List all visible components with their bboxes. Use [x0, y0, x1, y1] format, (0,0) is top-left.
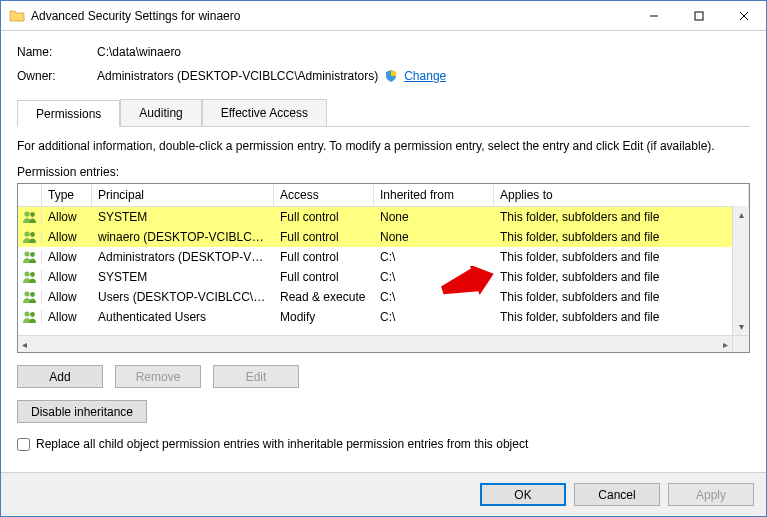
remove-button[interactable]: Remove: [115, 365, 201, 388]
svg-point-7: [30, 232, 35, 237]
horizontal-scrollbar[interactable]: ◂ ▸: [18, 335, 732, 352]
table-row[interactable]: AllowAuthenticated UsersModifyC:\This fo…: [18, 307, 749, 327]
svg-point-11: [30, 272, 35, 277]
cell-principal: Authenticated Users: [92, 310, 274, 324]
vertical-scrollbar[interactable]: ▴ ▾: [732, 206, 749, 335]
cell-access: Full control: [274, 250, 374, 264]
window-buttons: [631, 1, 766, 30]
scroll-down-icon[interactable]: ▾: [733, 318, 749, 335]
cell-type: Allow: [42, 230, 92, 244]
cell-principal: Administrators (DESKTOP-VCI...: [92, 250, 274, 264]
inheritance-buttons: Disable inheritance: [17, 400, 750, 423]
tab-underline: [17, 126, 750, 127]
svg-point-6: [24, 231, 29, 236]
entries-label: Permission entries:: [17, 165, 750, 179]
table-row[interactable]: AllowAdministrators (DESKTOP-VCI...Full …: [18, 247, 749, 267]
change-owner-link[interactable]: Change: [404, 69, 446, 83]
entry-buttons: Add Remove Edit: [17, 365, 750, 388]
dialog-footer: OK Cancel Apply: [1, 472, 766, 516]
svg-point-9: [30, 252, 35, 257]
svg-point-10: [24, 271, 29, 276]
info-text: For additional information, double-click…: [17, 139, 750, 153]
scroll-right-icon[interactable]: ▸: [723, 339, 728, 350]
cell-principal: Users (DESKTOP-VCIBLCC\Us...: [92, 290, 274, 304]
cell-type: Allow: [42, 210, 92, 224]
cell-type: Allow: [42, 290, 92, 304]
scroll-up-icon[interactable]: ▴: [733, 206, 749, 223]
scroll-left-icon[interactable]: ◂: [22, 339, 27, 350]
cell-type: Allow: [42, 270, 92, 284]
tab-auditing[interactable]: Auditing: [120, 99, 201, 126]
cell-access: Modify: [274, 310, 374, 324]
close-button[interactable]: [721, 1, 766, 30]
table-row[interactable]: AllowSYSTEMFull controlC:\This folder, s…: [18, 267, 749, 287]
edit-button[interactable]: Edit: [213, 365, 299, 388]
cell-principal: SYSTEM: [92, 270, 274, 284]
tab-permissions[interactable]: Permissions: [17, 100, 120, 127]
cell-inherited: C:\: [374, 310, 494, 324]
svg-point-13: [30, 292, 35, 297]
column-principal[interactable]: Principal: [92, 184, 274, 206]
permission-table: Type Principal Access Inherited from App…: [17, 183, 750, 353]
minimize-button[interactable]: [631, 1, 676, 30]
cell-principal: SYSTEM: [92, 210, 274, 224]
users-icon: [18, 210, 42, 224]
table-row[interactable]: AllowSYSTEMFull controlNoneThis folder, …: [18, 207, 749, 227]
column-inherited[interactable]: Inherited from: [374, 184, 494, 206]
name-label: Name:: [17, 45, 97, 59]
column-applies[interactable]: Applies to: [494, 184, 749, 206]
column-access[interactable]: Access: [274, 184, 374, 206]
svg-point-14: [24, 311, 29, 316]
table-row[interactable]: AllowUsers (DESKTOP-VCIBLCC\Us...Read & …: [18, 287, 749, 307]
cell-access: Full control: [274, 210, 374, 224]
replace-checkbox-row[interactable]: Replace all child object permission entr…: [17, 437, 750, 451]
table-row[interactable]: Allowwinaero (DESKTOP-VCIBLCC\...Full co…: [18, 227, 749, 247]
name-value: C:\data\winaero: [97, 45, 181, 59]
cell-access: Full control: [274, 230, 374, 244]
replace-checkbox[interactable]: [17, 438, 30, 451]
scroll-corner: [732, 335, 749, 352]
svg-point-15: [30, 312, 35, 317]
cell-principal: winaero (DESKTOP-VCIBLCC\...: [92, 230, 274, 244]
cell-inherited: None: [374, 230, 494, 244]
tabs: Permissions Auditing Effective Access: [17, 99, 750, 126]
cell-inherited: None: [374, 210, 494, 224]
cancel-button[interactable]: Cancel: [574, 483, 660, 506]
name-row: Name: C:\data\winaero: [17, 45, 750, 59]
window-title: Advanced Security Settings for winaero: [31, 9, 631, 23]
titlebar: Advanced Security Settings for winaero: [1, 1, 766, 31]
ok-button[interactable]: OK: [480, 483, 566, 506]
users-icon: [18, 270, 42, 284]
column-type[interactable]: Type: [42, 184, 92, 206]
cell-type: Allow: [42, 310, 92, 324]
owner-label: Owner:: [17, 69, 97, 83]
cell-applies: This folder, subfolders and file: [494, 210, 749, 224]
svg-point-12: [24, 291, 29, 296]
users-icon: [18, 290, 42, 304]
content-area: Name: C:\data\winaero Owner: Administrat…: [1, 31, 766, 472]
cell-applies: This folder, subfolders and file: [494, 310, 749, 324]
apply-button[interactable]: Apply: [668, 483, 754, 506]
cell-access: Read & execute: [274, 290, 374, 304]
cell-inherited: C:\: [374, 250, 494, 264]
table-header: Type Principal Access Inherited from App…: [18, 184, 749, 207]
column-icon[interactable]: [18, 184, 42, 206]
users-icon: [18, 310, 42, 324]
cell-applies: This folder, subfolders and file: [494, 250, 749, 264]
tab-effective-access[interactable]: Effective Access: [202, 99, 327, 126]
owner-row: Owner: Administrators (DESKTOP-VCIBLCC\A…: [17, 69, 750, 83]
maximize-button[interactable]: [676, 1, 721, 30]
window: Advanced Security Settings for winaero N…: [0, 0, 767, 517]
svg-point-8: [24, 251, 29, 256]
cell-inherited: C:\: [374, 270, 494, 284]
shield-icon: [384, 69, 398, 83]
cell-applies: This folder, subfolders and file: [494, 270, 749, 284]
cell-applies: This folder, subfolders and file: [494, 290, 749, 304]
disable-inheritance-button[interactable]: Disable inheritance: [17, 400, 147, 423]
replace-checkbox-label: Replace all child object permission entr…: [36, 437, 528, 451]
add-button[interactable]: Add: [17, 365, 103, 388]
cell-type: Allow: [42, 250, 92, 264]
owner-value: Administrators (DESKTOP-VCIBLCC\Administ…: [97, 69, 378, 83]
users-icon: [18, 230, 42, 244]
svg-point-4: [24, 211, 29, 216]
